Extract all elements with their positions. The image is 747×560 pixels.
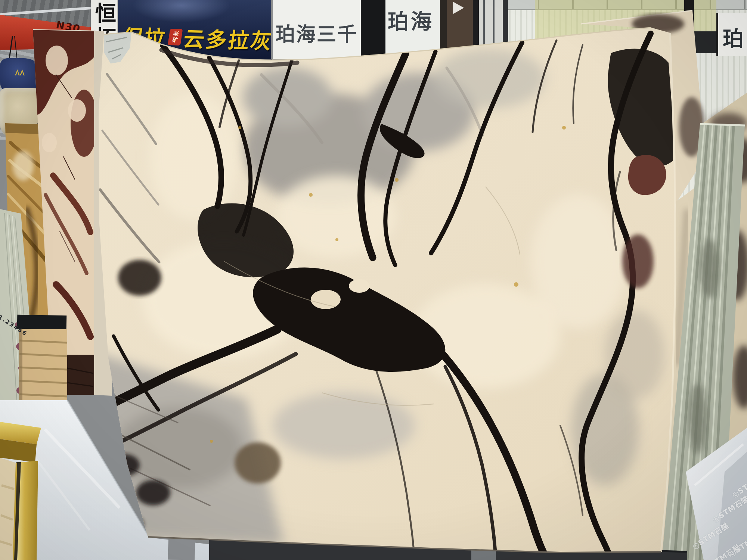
main-marble-slab	[90, 22, 680, 560]
floor-support-block	[168, 539, 195, 560]
taupe-blotch	[235, 442, 281, 483]
gold-pedestal	[0, 422, 41, 560]
warehouse-scene: N30 恒拓 保拉 老矿 云多拉灰 珀海三千 珀海	[0, 0, 747, 560]
slab-artwork	[0, 0, 747, 560]
support-beam-and-slats	[17, 315, 67, 400]
